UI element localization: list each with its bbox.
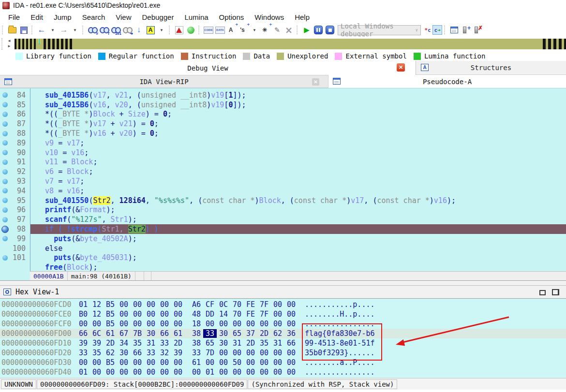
make-array-icon[interactable]: ✳+ [261, 25, 270, 35]
line-marker-icon[interactable] [2, 131, 8, 136]
pseudocode-line[interactable]: 85 sub_4015B6(v16, v20, (unsigned __int8… [0, 100, 566, 110]
line-marker-icon[interactable] [2, 207, 8, 213]
hex-byte[interactable]: 00 [131, 358, 144, 367]
hex-byte[interactable]: 00 [217, 358, 230, 367]
hex-byte[interactable]: 00 [203, 358, 217, 367]
menu-search[interactable]: Search [77, 12, 111, 23]
hex-byte[interactable]: 00 [257, 348, 271, 357]
hex-byte[interactable]: B0 [76, 310, 90, 319]
hex-byte[interactable]: 30 [117, 348, 131, 357]
hex-byte[interactable]: 35 [131, 339, 144, 348]
pseudocode-pane[interactable]: 84 sub_4015B6(v17, v21, (unsigned __int8… [0, 88, 566, 281]
hex-byte[interactable]: 00 [171, 319, 185, 328]
hex-byte[interactable]: 00 [90, 358, 104, 367]
tab-debug-view[interactable]: Debug View ✕ [0, 61, 416, 75]
hex-byte[interactable]: 67 [117, 329, 131, 338]
hex-byte[interactable]: 00 [284, 368, 298, 377]
code-text[interactable]: sub_4015B6(v16, v20, (unsigned __int8)v1… [30, 100, 566, 110]
line-gutter[interactable]: 87 [0, 119, 30, 129]
hex-byte[interactable]: 00 [104, 368, 117, 377]
line-marker-icon[interactable] [2, 179, 8, 184]
problems-icon[interactable] [174, 25, 184, 35]
hex-byte[interactable]: 00 [230, 348, 244, 357]
hex-byte[interactable]: 00 [117, 300, 131, 309]
hex-byte[interactable]: 00 [244, 368, 257, 377]
hex-row[interactable]: 000000000060FD1039392D343531332D38653031… [0, 338, 566, 348]
open-pseudocode-icon[interactable]: c➜ [432, 25, 442, 35]
hex-byte[interactable]: 66 [131, 348, 144, 357]
hex-byte[interactable]: 00 [171, 310, 185, 319]
hex-byte[interactable]: 00 [131, 300, 144, 309]
hex-row[interactable]: 000000000060FCD00112B50000000000A6CF0C70… [0, 300, 566, 309]
line-marker-icon[interactable] [2, 217, 8, 222]
hex-byte[interactable]: DD [203, 310, 217, 319]
pseudocode-line[interactable]: 86 *((_BYTE *)Block + Size) = 0; [0, 110, 566, 119]
search-binary-icon[interactable]: 101 [111, 27, 120, 34]
line-gutter[interactable]: 99 [0, 234, 30, 244]
menu-help[interactable]: Help [289, 12, 315, 23]
hex-byte[interactable]: 2D [244, 339, 257, 348]
hex-byte[interactable]: 00 [284, 348, 298, 357]
hex-byte[interactable]: 7B [131, 329, 144, 338]
hex-byte[interactable]: 12 [90, 310, 104, 319]
hex-byte[interactable]: 14 [217, 310, 230, 319]
line-gutter[interactable]: 100 [0, 244, 30, 253]
hex-byte[interactable]: 00 [271, 310, 284, 319]
hex-byte[interactable]: 6C [90, 329, 104, 338]
hex-byte[interactable]: 00 [271, 368, 284, 377]
line-gutter[interactable]: 98 [0, 224, 30, 234]
save-icon[interactable] [19, 25, 29, 35]
line-gutter[interactable] [0, 262, 30, 272]
breakpoint-list-icon[interactable] [449, 25, 459, 35]
pseudocode-line[interactable]: 98 if ( !strcmp(Str1, Str2) ) [0, 224, 566, 234]
menu-debugger[interactable]: Debugger [137, 12, 179, 23]
hex-byte[interactable]: 00 [257, 368, 271, 377]
hex-byte[interactable]: 00 [230, 319, 244, 328]
code-text[interactable]: *((_BYTE *)v17 + v21) = 0; [30, 119, 566, 129]
hex-byte[interactable]: 70 [230, 310, 244, 319]
hex-byte[interactable]: 00 [158, 368, 171, 377]
code-text[interactable]: v9 = v17; [30, 138, 566, 148]
line-gutter[interactable]: 101 [0, 253, 30, 263]
hex-byte[interactable]: 61 [104, 329, 117, 338]
hex-byte[interactable]: 00 [144, 368, 158, 377]
hex-byte[interactable]: 01 [76, 368, 90, 377]
hex-byte[interactable]: 33 [158, 339, 171, 348]
hex-bytes[interactable]: 3335623066333239337D000000000000 [76, 348, 298, 357]
toolbar-handle[interactable] [198, 26, 200, 34]
hex-byte[interactable]: 66 [284, 339, 298, 348]
hex-byte[interactable]: 00 [131, 368, 144, 377]
hex-byte[interactable]: 00 [217, 368, 230, 377]
code-text[interactable]: printf(&Format); [30, 205, 566, 215]
pseudocode-line[interactable]: 89 v9 = v17; [0, 138, 566, 148]
menu-edit[interactable]: Edit [25, 12, 48, 23]
line-marker-icon[interactable] [2, 169, 8, 174]
hex-ascii[interactable]: ........H..p.... [305, 310, 375, 319]
hex-byte[interactable]: 61 [171, 329, 185, 338]
pseudocode-line[interactable]: 90 v10 = v16; [0, 148, 566, 158]
hex-byte[interactable]: FE [244, 300, 257, 309]
hex-byte[interactable]: 00 [271, 319, 284, 328]
hex-byte[interactable]: 18 [190, 319, 203, 328]
hex-byte[interactable]: 33 [76, 348, 90, 357]
hex-row[interactable]: 000000000060FD203335623066333239337D0000… [0, 348, 566, 358]
line-marker-icon[interactable] [2, 255, 8, 261]
menu-windows[interactable]: Windows [249, 12, 289, 23]
menu-jump[interactable]: Jump [48, 12, 77, 23]
hex-byte[interactable]: 00 [244, 358, 257, 367]
toolbar-handle[interactable] [2, 26, 4, 34]
hex-byte[interactable]: 00 [76, 358, 90, 367]
pseudocode-line[interactable]: 84 sub_4015B6(v17, v21, (unsigned __int8… [0, 90, 566, 100]
code-text[interactable]: v10 = v16; [30, 148, 566, 158]
debug-view-close-icon[interactable]: ✕ [397, 63, 405, 72]
hex-byte[interactable]: 00 [117, 310, 131, 319]
hex-byte[interactable]: 2D [171, 339, 185, 348]
hex-byte[interactable]: 00 [158, 358, 171, 367]
hex-byte[interactable]: 32 [158, 348, 171, 357]
toolbar-handle[interactable] [297, 26, 298, 34]
hex-byte[interactable]: 00 [190, 368, 203, 377]
hex-byte[interactable]: 01 [76, 300, 90, 309]
debugger-select[interactable]: Local Windows debugger ∨ [338, 25, 421, 35]
hex-row[interactable]: 000000000060FCF00000B5000000000018000000… [0, 319, 566, 329]
hex-byte[interactable]: B5 [104, 300, 117, 309]
